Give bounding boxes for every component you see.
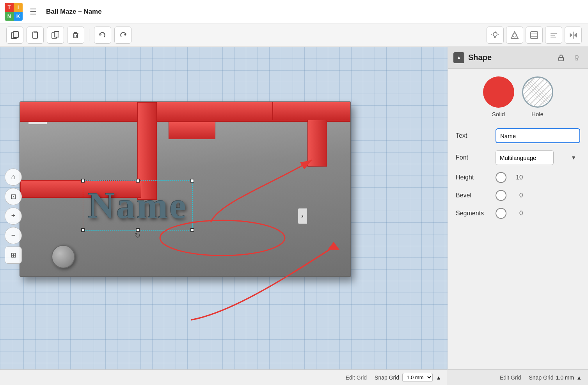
panel-body: Solid Hole Text	[448, 69, 588, 369]
platform-base: TOP Name	[20, 101, 351, 277]
snap-grid-panel: Snap Grid 1.0 mm ▲	[529, 374, 582, 381]
panel-light-button[interactable]	[571, 52, 583, 64]
svg-rect-15	[531, 32, 538, 39]
left-toolbar: ⌂ ⊡ + − ⊞	[5, 169, 22, 264]
grid-button[interactable]: ⊞	[5, 247, 22, 264]
svg-marker-23	[574, 33, 577, 37]
right-toolbar-icons	[487, 27, 582, 44]
scene-container: TOP Name	[0, 47, 448, 385]
svg-rect-30	[523, 78, 552, 106]
bevel-row: Bevel 0	[456, 190, 580, 201]
undo-button[interactable]	[94, 27, 111, 44]
height-row: Height 10	[456, 172, 580, 183]
logo-n: N	[5, 12, 14, 21]
sel-handle-tr	[190, 179, 194, 183]
segments-slider[interactable]	[496, 208, 506, 219]
zoom-out-button[interactable]: −	[5, 227, 22, 244]
zoom-in-button[interactable]: +	[5, 208, 22, 225]
name-text-container[interactable]: Name ↻	[83, 180, 193, 231]
panel-collapse-button[interactable]: ▲	[453, 52, 464, 63]
bevel-label: Bevel	[456, 192, 491, 199]
hole-option[interactable]: Hole	[522, 76, 553, 117]
project-title: Ball Maze – Name	[46, 8, 102, 16]
segments-row: Segments 0	[456, 208, 580, 219]
snap-grid-arrow: ▲	[436, 374, 441, 381]
canvas-name-text: Name	[88, 184, 188, 227]
delete-button[interactable]	[67, 27, 84, 44]
svg-rect-27	[559, 57, 563, 61]
svg-rect-6	[74, 34, 78, 38]
panel-lock-button[interactable]	[555, 52, 567, 64]
rotate-handle[interactable]: ↻	[135, 231, 140, 240]
home-button[interactable]: ⌂	[5, 169, 22, 186]
app-logo[interactable]: T I N K	[5, 3, 23, 21]
redo-button[interactable]	[114, 27, 131, 44]
font-row: Font Multilanguage Arial Times New Roman…	[456, 150, 580, 165]
snap-grid-value-panel: 1.0 mm	[556, 374, 574, 381]
bevel-value: 0	[511, 192, 523, 199]
edit-grid-link[interactable]: Edit Grid	[346, 374, 367, 381]
height-label: Height	[456, 174, 491, 181]
red-rail-top-right	[272, 102, 350, 120]
svg-point-28	[575, 55, 578, 59]
solid-circle	[483, 76, 514, 108]
sel-handle-tm	[136, 179, 140, 183]
canvas-area[interactable]: TOP Name	[0, 47, 448, 385]
right-panel: ▲ Shape Solid	[448, 47, 588, 385]
paste-button[interactable]	[27, 27, 44, 44]
svg-rect-5	[54, 32, 59, 37]
svg-rect-1	[13, 32, 18, 37]
sel-handle-bl	[81, 228, 85, 232]
panel-bottom-bar: Edit Grid Snap Grid 1.0 mm ▲	[448, 369, 588, 385]
hole-circle	[522, 76, 553, 108]
align-button[interactable]	[545, 27, 562, 44]
font-select-arrow: ▼	[571, 154, 576, 161]
sel-handle-tl	[81, 179, 85, 183]
shape-options: Solid Hole	[456, 76, 580, 117]
light-button[interactable]	[487, 27, 504, 44]
panel-header: ▲ Shape	[448, 47, 588, 69]
logo-k: K	[14, 12, 23, 21]
text-label: Text	[456, 132, 491, 139]
layers-button[interactable]	[526, 27, 543, 44]
text-input[interactable]	[496, 128, 580, 143]
solid-option[interactable]: Solid	[483, 76, 514, 117]
hole-label: Hole	[531, 111, 544, 117]
text-row: Text	[456, 128, 580, 143]
height-slider[interactable]	[496, 172, 506, 183]
segments-label: Segments	[456, 210, 491, 217]
logo-t: T	[5, 3, 14, 12]
toolbar-separator	[89, 29, 89, 41]
font-label: Font	[456, 154, 491, 161]
duplicate-button[interactable]	[47, 27, 64, 44]
snap-grid-label-panel: Snap Grid	[529, 374, 553, 381]
snap-grid-label: Snap Grid	[375, 374, 399, 381]
bevel-slider[interactable]	[496, 190, 506, 201]
snap-up-icon[interactable]: ▲	[576, 374, 582, 381]
font-select-wrapper: Multilanguage Arial Times New Roman Cour…	[496, 150, 580, 165]
copy-button[interactable]	[6, 27, 23, 44]
red-rail-v2	[307, 120, 327, 167]
zoom-fit-button[interactable]: ⊡	[5, 188, 22, 205]
logo-i: I	[14, 3, 23, 12]
panel-expand-button[interactable]: ›	[298, 208, 307, 224]
svg-marker-22	[570, 33, 572, 37]
top-bar: T I N K ☰ Ball Maze – Name	[0, 0, 588, 23]
mirror-button[interactable]	[565, 27, 582, 44]
bottom-bar: Edit Grid Snap Grid 1.0 mm 0.5 mm 2.0 mm…	[0, 369, 448, 385]
panel-title: Shape	[468, 53, 551, 62]
solid-label: Solid	[492, 111, 505, 117]
snap-grid-select[interactable]: 1.0 mm 0.5 mm 2.0 mm	[402, 373, 433, 382]
snap-grid: Snap Grid 1.0 mm 0.5 mm 2.0 mm ▲	[375, 373, 441, 382]
height-value: 10	[511, 174, 523, 181]
sel-handle-br	[190, 228, 194, 232]
svg-point-9	[493, 32, 497, 36]
shapes-button[interactable]	[506, 27, 523, 44]
segments-value: 0	[511, 210, 523, 217]
ball	[52, 245, 75, 268]
edit-grid-link-panel[interactable]: Edit Grid	[500, 374, 521, 381]
svg-rect-3	[34, 31, 36, 33]
font-select[interactable]: Multilanguage Arial Times New Roman Cour…	[496, 150, 554, 165]
svg-marker-13	[511, 32, 518, 39]
red-rail-h2	[169, 122, 215, 139]
